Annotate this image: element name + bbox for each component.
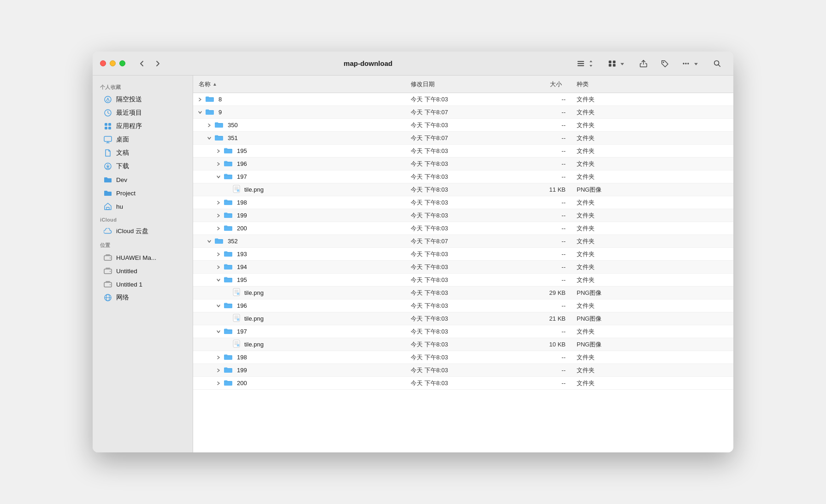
table-row[interactable]: tile.png今天 下午8:0310 KBPNG图像	[193, 338, 733, 351]
table-row[interactable]: 196今天 下午8:03--文件夹	[193, 158, 733, 170]
more-button[interactable]	[677, 57, 705, 70]
expand-toggle[interactable]	[206, 122, 212, 129]
cell-name: 199	[193, 211, 405, 220]
col-header-date[interactable]: 修改日期	[405, 80, 516, 88]
sidebar-item-huawei[interactable]: HUAWEI Ma...	[96, 251, 189, 264]
finder-window: map-download	[93, 52, 733, 452]
sidebar-item-desktop[interactable]: 桌面	[96, 133, 189, 146]
folder-icon	[224, 366, 233, 375]
table-row[interactable]: 195今天 下午8:03--文件夹	[193, 145, 733, 158]
folder-icon	[224, 250, 233, 258]
sidebar-item-hu[interactable]: hu	[96, 200, 189, 213]
minimize-button[interactable]	[110, 60, 116, 66]
svg-rect-19	[104, 136, 112, 141]
expand-toggle[interactable]	[215, 354, 222, 361]
expand-toggle[interactable]	[215, 199, 222, 206]
cell-kind: 文件夹	[571, 366, 733, 375]
table-row[interactable]: 193今天 下午8:03--文件夹	[193, 248, 733, 261]
sidebar-item-airdrop[interactable]: 隔空投送	[96, 93, 189, 106]
titlebar: map-download	[93, 52, 733, 76]
search-button[interactable]	[708, 57, 726, 70]
sidebar-item-network[interactable]: 网络	[96, 291, 189, 304]
table-row[interactable]: 350今天 下午8:03--文件夹	[193, 119, 733, 132]
cell-date: 今天 下午8:03	[405, 147, 516, 155]
table-row[interactable]: 199今天 下午8:03--文件夹	[193, 209, 733, 222]
svg-rect-15	[105, 123, 107, 126]
sidebar: 个人收藏 隔空投送 最近项目	[93, 76, 193, 452]
sidebar-item-recents[interactable]: 最近项目	[96, 106, 189, 119]
expand-toggle[interactable]	[215, 251, 222, 258]
cell-kind: 文件夹	[571, 147, 733, 155]
drive-icon-untitled	[104, 267, 112, 275]
expand-toggle[interactable]	[215, 212, 222, 219]
table-row[interactable]: 8今天 下午8:03--文件夹	[193, 93, 733, 106]
sidebar-item-untitled[interactable]: Untitled	[96, 264, 189, 277]
cell-kind: PNG图像	[571, 289, 733, 297]
col-header-kind[interactable]: 种类	[571, 80, 733, 88]
sidebar-item-apps[interactable]: 应用程序	[96, 120, 189, 133]
expand-toggle[interactable]	[206, 135, 212, 141]
expand-toggle[interactable]	[215, 148, 222, 154]
table-row[interactable]: 198今天 下午8:03--文件夹	[193, 351, 733, 364]
table-row[interactable]: tile.png今天 下午8:0329 KBPNG图像	[193, 287, 733, 299]
table-row[interactable]: 351今天 下午8:07--文件夹	[193, 132, 733, 145]
group-by-button[interactable]	[603, 57, 631, 70]
expand-toggle[interactable]	[215, 367, 222, 374]
table-row[interactable]: 195今天 下午8:03--文件夹	[193, 274, 733, 287]
cell-size: --	[516, 238, 571, 245]
table-row[interactable]: 199今天 下午8:03--文件夹	[193, 364, 733, 377]
sidebar-item-dev[interactable]: Dev	[96, 173, 189, 186]
expand-toggle[interactable]	[224, 316, 231, 322]
sidebar-item-icloud[interactable]: iCloud 云盘	[96, 225, 189, 238]
table-row[interactable]: 197今天 下午8:03--文件夹	[193, 325, 733, 338]
svg-rect-0	[578, 61, 584, 62]
dropdown-arrow-icon	[618, 59, 626, 68]
expand-toggle[interactable]	[197, 109, 203, 116]
expand-toggle[interactable]	[215, 161, 222, 167]
table-row[interactable]: 194今天 下午8:03--文件夹	[193, 261, 733, 274]
sidebar-item-untitled1[interactable]: Untitled 1	[96, 278, 189, 291]
expand-toggle[interactable]	[215, 328, 222, 335]
file-name-label: 9	[218, 109, 222, 116]
table-row[interactable]: 197今天 下午8:03--文件夹	[193, 170, 733, 183]
expand-toggle[interactable]	[215, 264, 222, 270]
table-row[interactable]: 196今天 下午8:03--文件夹	[193, 299, 733, 312]
chevron-up-down-icon	[587, 59, 595, 68]
tag-button[interactable]	[656, 57, 673, 70]
expand-toggle[interactable]	[197, 96, 203, 103]
expand-toggle[interactable]	[215, 225, 222, 232]
table-row[interactable]: tile.png今天 下午8:0321 KBPNG图像	[193, 312, 733, 325]
table-row[interactable]: tile.png今天 下午8:0311 KBPNG图像	[193, 183, 733, 196]
expand-toggle[interactable]	[215, 174, 222, 180]
back-button[interactable]	[136, 57, 148, 70]
expand-toggle[interactable]	[215, 380, 222, 387]
expand-toggle[interactable]	[215, 277, 222, 283]
download-icon	[104, 162, 112, 170]
cell-name: 195	[193, 147, 405, 155]
sidebar-item-docs[interactable]: 文稿	[96, 147, 189, 159]
sidebar-item-label: 应用程序	[116, 122, 142, 130]
expand-toggle[interactable]	[206, 238, 212, 245]
expand-toggle[interactable]	[224, 341, 231, 348]
col-header-size[interactable]: 大小	[516, 80, 571, 88]
share-button[interactable]	[635, 57, 652, 70]
table-row[interactable]: 200今天 下午8:03--文件夹	[193, 377, 733, 390]
cell-date: 今天 下午8:03	[405, 353, 516, 362]
sidebar-item-project[interactable]: Project	[96, 187, 189, 199]
expand-toggle[interactable]	[215, 303, 222, 309]
cell-kind: PNG图像	[571, 315, 733, 323]
expand-toggle[interactable]	[224, 187, 231, 193]
col-header-name[interactable]: 名称 ▲	[193, 80, 405, 88]
table-row[interactable]: 9今天 下午8:07--文件夹	[193, 106, 733, 119]
svg-rect-31	[237, 189, 239, 192]
table-row[interactable]: 352今天 下午8:07--文件夹	[193, 235, 733, 248]
fullscreen-button[interactable]	[119, 60, 125, 66]
view-options-button[interactable]	[572, 57, 600, 70]
close-button[interactable]	[100, 60, 106, 66]
apps-icon	[104, 122, 112, 130]
table-row[interactable]: 198今天 下午8:03--文件夹	[193, 196, 733, 209]
table-row[interactable]: 200今天 下午8:03--文件夹	[193, 222, 733, 235]
expand-toggle[interactable]	[224, 290, 231, 296]
forward-button[interactable]	[151, 57, 164, 70]
sidebar-item-downloads[interactable]: 下载	[96, 160, 189, 173]
